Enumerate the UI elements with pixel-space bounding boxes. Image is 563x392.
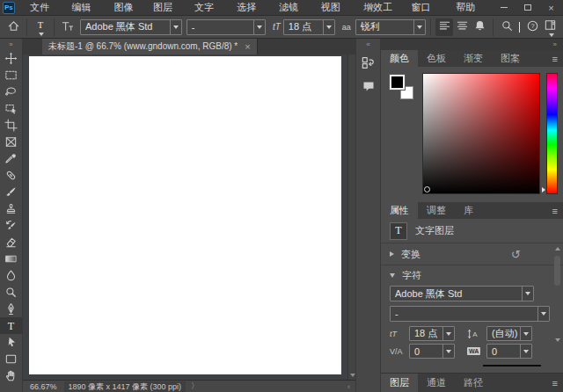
scroll-up-arrow-icon[interactable] [555, 247, 560, 250]
menu-bar: Ps 文件(F)编辑(E)图像(I)图层(L)文字(Y)选择(S)滤镜(T)视图… [0, 0, 563, 16]
menu-item-6[interactable]: 滤镜(T) [272, 0, 314, 16]
lasso-tool[interactable] [0, 83, 23, 100]
properties-tab-1[interactable]: 调整 [418, 202, 455, 219]
close-button[interactable]: × [539, 0, 563, 16]
saturation-brightness-field[interactable] [422, 73, 540, 194]
eyedropper-tool[interactable] [0, 150, 23, 167]
menu-item-5[interactable]: 选择(S) [230, 0, 272, 16]
menu-item-1[interactable]: 编辑(E) [64, 0, 106, 16]
panel-strip-collapse-button[interactable]: « [356, 39, 380, 50]
properties-panel-tabbar: 属性调整库≡ [381, 202, 563, 219]
move-tool[interactable] [0, 50, 23, 67]
menu-item-10[interactable]: 帮助(H) [449, 0, 492, 16]
search-button[interactable] [498, 18, 515, 36]
reset-transform-icon[interactable]: ↺ [511, 248, 521, 261]
menu-item-4[interactable]: 文字(Y) [187, 0, 230, 16]
blur-tool[interactable] [0, 267, 23, 284]
maximize-button[interactable] [515, 0, 539, 16]
home-button[interactable] [4, 18, 22, 36]
font-style-select[interactable]: - [186, 19, 266, 35]
menu-item-7[interactable]: 视图(V) [314, 0, 356, 16]
pen-tool[interactable] [0, 301, 23, 317]
tracking-select[interactable]: 0 [486, 344, 532, 359]
kerning-select[interactable]: 0 [409, 344, 455, 359]
clone-stamp-tool[interactable] [0, 200, 23, 217]
scroll-left-arrow-icon[interactable]: ‹ [347, 382, 352, 391]
tab-close-icon[interactable]: × [245, 41, 250, 52]
document-tab[interactable]: 未标题-1 @ 66.7% (www.gndown.com, RGB/8) * … [42, 39, 258, 54]
toolbar-expand-button[interactable]: » [0, 39, 22, 50]
dock-collapse-button[interactable]: » [553, 40, 557, 48]
menu-item-8[interactable]: 增效工具 [356, 0, 405, 16]
eraser-tool[interactable] [0, 234, 23, 250]
menu-item-0[interactable]: 文件(F) [23, 0, 65, 16]
char-size-select[interactable]: 18 点 [409, 326, 455, 341]
menu-item-9[interactable]: 窗口(W) [405, 0, 450, 16]
divider [430, 18, 431, 36]
scrollbar-thumb[interactable] [554, 256, 560, 286]
menu-item-2[interactable]: 图像(I) [107, 0, 146, 16]
leading-select[interactable]: (自动) [486, 326, 532, 341]
anti-alias-select[interactable]: 锐利 [355, 19, 426, 35]
vertical-scrollbar[interactable] [347, 54, 355, 380]
text-orientation-icon [61, 19, 74, 34]
notifications-button[interactable] [471, 18, 488, 36]
color-selector-circle[interactable] [424, 186, 430, 192]
marquee-tool[interactable] [0, 67, 23, 83]
transform-section-row[interactable]: 变换 ↺ [381, 243, 563, 265]
frame-tool[interactable] [0, 134, 23, 150]
canvas-page[interactable] [29, 56, 341, 374]
char-font-style-select[interactable]: - [390, 306, 550, 322]
color-menu-icon[interactable]: ≡ [552, 54, 558, 64]
character-section-row[interactable]: 字符 [381, 265, 563, 285]
text-orientation-button[interactable] [59, 18, 77, 36]
properties-tab-2[interactable]: 库 [455, 202, 482, 219]
scroll-down-arrow-icon[interactable] [350, 374, 355, 377]
properties-scrollbar[interactable] [553, 247, 561, 342]
workspace-button[interactable] [541, 18, 559, 36]
font-size-select[interactable]: 18 点 [283, 19, 335, 35]
dodge-tool[interactable] [0, 284, 23, 301]
gradient-tool[interactable] [0, 250, 23, 267]
comment-bubble-icon [362, 79, 376, 95]
help-button[interactable]: ? [523, 18, 541, 36]
align-left-button[interactable] [435, 18, 453, 36]
align-center-button[interactable] [453, 18, 471, 36]
font-family-select[interactable]: Adobe 黑体 Std [80, 19, 182, 35]
tool-preset-button[interactable]: T [32, 18, 49, 36]
minimize-button[interactable] [492, 0, 515, 16]
object-selection-tool[interactable] [0, 100, 23, 117]
crop-tool[interactable] [0, 117, 23, 134]
status-menu-chevron-icon[interactable]: 〉 [191, 381, 199, 392]
char-font-family-select[interactable]: Adobe 黑体 Std [390, 286, 534, 301]
layers-tab-1[interactable]: 通道 [418, 374, 455, 392]
canvas-pasteboard[interactable] [23, 54, 355, 380]
menu-item-3[interactable]: 图层(L) [146, 0, 187, 16]
color-tab-3[interactable]: 图案 [492, 50, 529, 67]
hand-tool[interactable] [0, 367, 23, 384]
brush-tool[interactable] [0, 184, 23, 200]
layers-tab-0[interactable]: 图层 [381, 374, 418, 392]
layers-menu-icon[interactable]: ≡ [552, 378, 558, 388]
layers-tab-2[interactable]: 路径 [455, 374, 492, 392]
color-tab-2[interactable]: 渐变 [455, 50, 492, 67]
hue-marker-icon[interactable] [542, 187, 545, 192]
properties-menu-icon[interactable]: ≡ [552, 206, 558, 216]
healing-brush-tool[interactable] [0, 167, 23, 184]
rectangle-tool[interactable] [0, 351, 23, 367]
window-controls: × [492, 0, 563, 16]
zoom-level[interactable]: 66.67% [30, 382, 57, 391]
color-tab-0[interactable]: 颜色 [381, 50, 418, 67]
type-tool[interactable]: T [0, 317, 23, 334]
hue-slider[interactable] [546, 73, 558, 194]
document-info: 1890 像素 x 1417 像素 (300 ppi) [64, 381, 186, 392]
scroll-down-arrow-icon[interactable] [555, 338, 560, 342]
foreground-color-swatch[interactable] [390, 75, 405, 90]
history-panel-button[interactable] [358, 53, 379, 74]
notes-panel-button[interactable] [358, 76, 379, 98]
chevron-down-icon [520, 327, 531, 340]
color-tab-1[interactable]: 色板 [418, 50, 455, 67]
history-brush-tool[interactable] [0, 217, 23, 234]
properties-tab-0[interactable]: 属性 [381, 202, 418, 219]
path-selection-tool[interactable] [0, 334, 23, 351]
